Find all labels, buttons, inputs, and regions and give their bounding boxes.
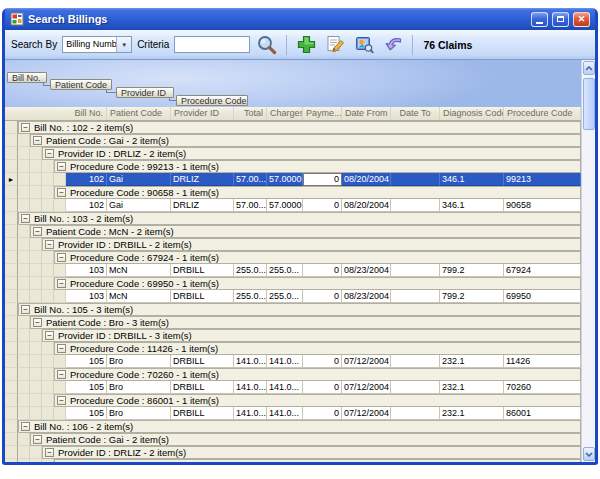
group-by-panel[interactable]: Bill No. Patient Code Provider ID Proced… <box>5 60 581 107</box>
cell-diagnosis_code[interactable]: 232.1 <box>440 407 504 420</box>
collapse-icon[interactable]: − <box>21 214 30 223</box>
cell-patient_code[interactable]: Bro <box>107 381 171 394</box>
close-button[interactable]: ✕ <box>573 12 590 27</box>
cell-provider_id[interactable]: DRBILL <box>171 407 234 420</box>
group-band[interactable]: −Procedure Code : 69950 - 1 item(s) <box>54 277 581 290</box>
group-row[interactable]: −Procedure Code : 69950 - 1 item(s) <box>5 277 581 290</box>
collapse-icon[interactable]: − <box>45 149 54 158</box>
group-row[interactable]: −Patient Code : Bro - 3 item(s) <box>5 316 581 329</box>
collapse-icon[interactable]: − <box>21 305 30 314</box>
row-selector[interactable] <box>5 160 18 173</box>
group-row[interactable]: −Procedure Code : 86001 - 1 item(s) <box>5 394 581 407</box>
title-bar[interactable]: Search Billings ✕ <box>5 8 595 30</box>
maximize-button[interactable] <box>552 12 569 27</box>
cell-provider_id[interactable]: DRBILL <box>171 355 234 368</box>
data-row[interactable]: 105BroDRBILL141.0...141.0...007/12/20042… <box>5 355 581 368</box>
group-field-provider-id[interactable]: Provider ID <box>116 87 174 98</box>
cell-bill_no[interactable]: 105 <box>66 381 107 394</box>
header-date-from[interactable]: Date From <box>342 107 391 120</box>
group-row[interactable]: −Procedure Code : 70260 - 1 item(s) <box>5 368 581 381</box>
cell-bill_no[interactable]: 105 <box>66 407 107 420</box>
cell-diagnosis_code[interactable]: 346.1 <box>440 173 504 186</box>
cell-charges[interactable]: 57.0000 <box>267 173 303 186</box>
row-selector[interactable] <box>5 290 18 303</box>
row-selector[interactable] <box>5 277 18 290</box>
cell-total[interactable]: 57.00... <box>234 199 267 212</box>
cell-payments[interactable]: 0 <box>303 407 342 420</box>
cell-patient_code[interactable]: Bro <box>107 355 171 368</box>
cell-payments[interactable]: 0 <box>303 264 342 277</box>
collapse-icon[interactable]: − <box>57 344 66 353</box>
group-band[interactable]: −Procedure Code : 99213 - 1 item(s) <box>54 160 581 173</box>
group-band[interactable]: −Procedure Code : 70260 - 1 item(s) <box>54 368 581 381</box>
group-row[interactable]: −Bill No. : 106 - 2 item(s) <box>5 420 581 433</box>
group-band[interactable]: −Provider ID : DRBILL - 3 item(s) <box>42 329 581 342</box>
preview-claim-button[interactable] <box>352 33 376 57</box>
cell-date_to[interactable] <box>391 355 440 368</box>
minimize-button[interactable] <box>531 12 548 27</box>
cell-charges[interactable]: 141.0... <box>267 407 303 420</box>
row-selector[interactable] <box>5 355 18 368</box>
edit-claim-button[interactable] <box>323 33 347 57</box>
group-row[interactable]: −Patient Code : Gai - 2 item(s) <box>5 134 581 147</box>
group-field-procedure-code[interactable]: Procedure Code <box>176 95 248 106</box>
row-selector[interactable] <box>5 238 18 251</box>
group-band[interactable]: −Patient Code : Gai - 2 item(s) <box>30 134 581 147</box>
row-selector[interactable] <box>5 459 18 462</box>
row-selector[interactable] <box>5 212 18 225</box>
group-row[interactable]: −Procedure Code : 90658 - 1 item(s) <box>5 186 581 199</box>
row-selector[interactable]: ► <box>5 173 18 186</box>
cell-date_to[interactable] <box>391 407 440 420</box>
group-field-bill-no[interactable]: Bill No. <box>7 72 47 83</box>
cell-provider_id[interactable]: DRBILL <box>171 264 234 277</box>
row-selector[interactable] <box>5 407 18 420</box>
row-selector[interactable] <box>5 446 18 459</box>
data-row[interactable]: 105BroDRBILL141.0...141.0...007/12/20042… <box>5 381 581 394</box>
cell-procedure_code[interactable]: 67924 <box>504 264 581 277</box>
cell-diagnosis_code[interactable]: 346.1 <box>440 199 504 212</box>
row-selector[interactable] <box>5 433 18 446</box>
cell-procedure_code[interactable]: 90658 <box>504 199 581 212</box>
cell-payments[interactable]: 0 <box>303 355 342 368</box>
group-row[interactable]: −Bill No. : 103 - 2 item(s) <box>5 212 581 225</box>
collapse-icon[interactable]: − <box>57 162 66 171</box>
cell-bill_no[interactable]: 103 <box>66 290 107 303</box>
cell-date_to[interactable] <box>391 199 440 212</box>
scroll-down-button[interactable] <box>583 447 595 461</box>
cell-procedure_code[interactable]: 69950 <box>504 290 581 303</box>
cell-patient_code[interactable]: Gai <box>107 173 171 186</box>
group-row[interactable]: −Provider ID : DRLIZ - 2 item(s) <box>5 446 581 459</box>
cell-patient_code[interactable]: Bro <box>107 407 171 420</box>
cell-total[interactable]: 255.0... <box>234 264 267 277</box>
collapse-icon[interactable]: − <box>45 240 54 249</box>
cell-date_from[interactable]: 07/12/2004 <box>342 407 391 420</box>
cell-total[interactable]: 141.0... <box>234 355 267 368</box>
collapse-icon[interactable]: − <box>57 253 66 262</box>
group-band[interactable]: −Bill No. : 103 - 2 item(s) <box>18 212 581 225</box>
group-band[interactable]: −Provider ID : DRBILL - 2 item(s) <box>42 238 581 251</box>
group-band[interactable]: −Bill No. : 106 - 2 item(s) <box>18 420 581 433</box>
cell-date_from[interactable]: 08/23/2004 <box>342 264 391 277</box>
undo-button[interactable] <box>381 33 405 57</box>
header-bill-no[interactable]: Bill No. <box>66 107 107 120</box>
group-row[interactable]: −Patient Code : McN - 2 item(s) <box>5 225 581 238</box>
cell-procedure_code[interactable]: 11426 <box>504 355 581 368</box>
collapse-icon[interactable]: − <box>57 279 66 288</box>
row-selector[interactable] <box>5 199 18 212</box>
header-patient-code[interactable]: Patient Code <box>107 107 171 120</box>
cell-total[interactable]: 141.0... <box>234 407 267 420</box>
cell-provider_id[interactable]: DRBILL <box>171 381 234 394</box>
cell-diagnosis_code[interactable]: 232.1 <box>440 381 504 394</box>
header-payments[interactable]: Payme... <box>303 107 342 120</box>
data-row[interactable]: 103McNDRBILL255.0...255.0...008/23/20047… <box>5 290 581 303</box>
group-band[interactable]: −Bill No. : 105 - 3 item(s) <box>18 303 581 316</box>
row-selector[interactable] <box>5 225 18 238</box>
group-row[interactable]: −Bill No. : 105 - 3 item(s) <box>5 303 581 316</box>
collapse-icon[interactable]: − <box>21 123 30 132</box>
cell-charges[interactable]: 141.0... <box>267 381 303 394</box>
group-row[interactable]: −Procedure Code : 99213 - 1 item(s) <box>5 160 581 173</box>
collapse-icon[interactable]: − <box>33 227 42 236</box>
group-band[interactable]: −Patient Code : McN - 2 item(s) <box>30 225 581 238</box>
criteria-input[interactable] <box>174 36 250 53</box>
collapse-icon[interactable]: − <box>33 318 42 327</box>
